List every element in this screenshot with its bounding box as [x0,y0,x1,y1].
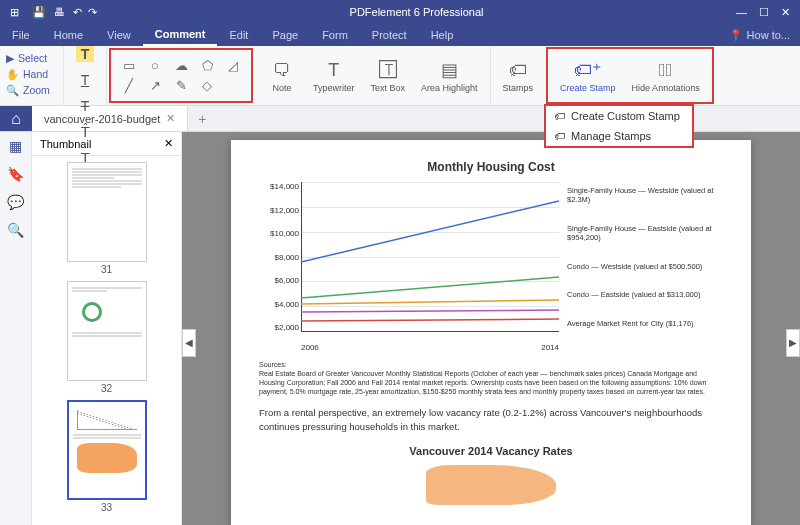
stamp-gear-icon: 🏷 [554,130,565,142]
create-stamp-dropdown: 🏷Create Custom Stamp 🏷Manage Stamps [544,104,694,148]
stamps-button[interactable]: 🏷Stamps [495,56,542,95]
stamp-tools: 🏷Stamps [491,46,546,105]
scroll-left-button[interactable]: ◀ [182,329,196,357]
svg-line-1 [301,277,559,298]
svg-line-3 [301,310,559,312]
create-stamp-button[interactable]: 🏷⁺Create Stamp [552,56,624,95]
typewriter-icon: T [328,58,339,82]
svg-line-2 [301,300,559,304]
bookmark-icon[interactable]: 🔖 [7,166,24,182]
document-tab[interactable]: vancouver-2016-budget ✕ [32,106,188,131]
vacancy-map [426,465,556,505]
select-tool-group: ▶ Select ✋ Hand 🔍 Zoom [0,46,64,105]
title-bar: ⊞ 💾 🖶 ↶ ↷ PDFelement 6 Professional — ☐ … [0,0,800,24]
textbox-icon: 🅃 [379,58,397,82]
app-title: PDFelement 6 Professional [97,6,736,18]
subchart-title: Vancouver 2014 Vacancy Rates [259,445,723,457]
manage-stamps-item[interactable]: 🏷Manage Stamps [546,126,692,146]
thumbnail-page-32[interactable]: 32 [62,281,152,394]
caret-icon[interactable]: T̂ [74,124,96,140]
redo-icon[interactable]: ↷ [82,6,97,19]
add-tab-button[interactable]: + [188,111,216,127]
stamp-icon: 🏷 [509,58,527,82]
area-highlight-icon: ▤ [441,58,458,82]
shapes-group: ▭ ○ ☁ ⬠ ◿ ╱ ↗ ✎ ◇ [109,48,253,103]
circle-icon[interactable]: ○ [147,58,163,74]
app-logo-icon: ⊞ [0,6,28,19]
area-highlight-button[interactable]: ▤Area Highlight [413,56,486,95]
annotation-tools: 🗨Note TTypewriter 🅃Text Box ▤Area Highli… [255,46,490,105]
chart-lines [301,182,559,332]
chart-legend: Single-Family House — Westside (valued a… [567,182,723,352]
body-paragraph: From a rental perspective, an extremely … [259,406,723,433]
scroll-right-button[interactable]: ▶ [786,329,800,357]
search-icon[interactable]: 🔍 [7,222,24,238]
housing-cost-chart: $14,000 $12,000 $10,000 $8,000 $6,000 $4… [259,182,559,352]
rectangle-icon[interactable]: ▭ [121,58,137,74]
menu-bar: File Home View Comment Edit Page Form Pr… [0,24,800,46]
close-button[interactable]: ✕ [781,6,790,19]
svg-line-0 [301,201,559,262]
stamp-plus-icon: 🏷 [554,110,565,122]
underline-icon[interactable]: T [74,72,96,88]
menu-page[interactable]: Page [260,24,310,46]
menu-home[interactable]: Home [42,24,95,46]
svg-line-4 [301,319,559,321]
create-custom-stamp-item[interactable]: 🏷Create Custom Stamp [546,106,692,126]
undo-icon[interactable]: ↶ [65,6,82,19]
thumbnail-close-icon[interactable]: ✕ [164,137,173,150]
save-icon[interactable]: 💾 [28,6,46,19]
highlight-icon[interactable]: T [76,46,94,62]
strikethrough-icon[interactable]: T [74,98,96,114]
note-icon: 🗨 [273,58,291,82]
minimize-button[interactable]: — [736,6,747,19]
chart-title: Monthly Housing Cost [259,160,723,174]
text-format-group: T T T T̂ T̰ [64,46,107,105]
document-page: Monthly Housing Cost $14,000 $12,000 $10… [231,140,751,525]
tab-label: vancouver-2016-budget [44,113,160,125]
cloud-icon[interactable]: ☁ [173,58,189,74]
document-area: ◀ ▶ Monthly Housing Cost $14,000 $12,000… [182,132,800,525]
thumbnail-page-31[interactable]: 31 [62,162,152,275]
comments-icon[interactable]: 💬 [7,194,24,210]
thumbnail-panel: Thumbnail ✕ 31 32 33 [32,132,182,525]
menu-help[interactable]: Help [419,24,466,46]
pin-icon: 📍 [729,29,743,42]
thumbnail-page-33[interactable]: 33 [62,400,152,513]
pencil-icon[interactable]: ✎ [173,78,189,94]
note-button[interactable]: 🗨Note [259,56,305,95]
menu-file[interactable]: File [0,24,42,46]
sources-text: Real Estate Board of Greater Vancouver M… [259,369,723,396]
menu-view[interactable]: View [95,24,143,46]
line-icon[interactable]: ╱ [121,78,137,94]
tab-close-icon[interactable]: ✕ [166,112,175,125]
create-stamp-icon: 🏷⁺ [574,58,602,82]
textbox-button[interactable]: 🅃Text Box [363,56,414,95]
arrow-icon[interactable]: ↗ [147,78,163,94]
menu-protect[interactable]: Protect [360,24,419,46]
eraser-icon[interactable]: ◇ [199,78,215,94]
sidebar-rail: ▦ 🔖 💬 🔍 [0,132,32,525]
typewriter-button[interactable]: TTypewriter [305,56,363,95]
zoom-tool[interactable]: 🔍 Zoom [6,82,57,98]
menu-form[interactable]: Form [310,24,360,46]
create-stamp-group: 🏷⁺Create Stamp 👁̸Hide Annotations [546,47,714,104]
sources-heading: Sources: [259,360,723,369]
ribbon: ▶ Select ✋ Hand 🔍 Zoom T T T T̂ T̰ ▭ ○ ☁… [0,46,800,106]
polyline-icon[interactable]: ◿ [225,58,241,74]
home-tab[interactable]: ⌂ [0,106,32,131]
howto-link[interactable]: 📍How to... [729,29,800,42]
menu-edit[interactable]: Edit [217,24,260,46]
print-icon[interactable]: 🖶 [46,6,65,18]
thumbnails-icon[interactable]: ▦ [9,138,22,154]
maximize-button[interactable]: ☐ [759,6,769,19]
menu-comment[interactable]: Comment [143,24,218,46]
hide-icon: 👁̸ [659,58,672,82]
select-tool[interactable]: ▶ Select [6,50,57,66]
hide-annotations-button[interactable]: 👁̸Hide Annotations [624,56,708,95]
polygon-icon[interactable]: ⬠ [199,58,215,74]
hand-tool[interactable]: ✋ Hand [6,66,57,82]
